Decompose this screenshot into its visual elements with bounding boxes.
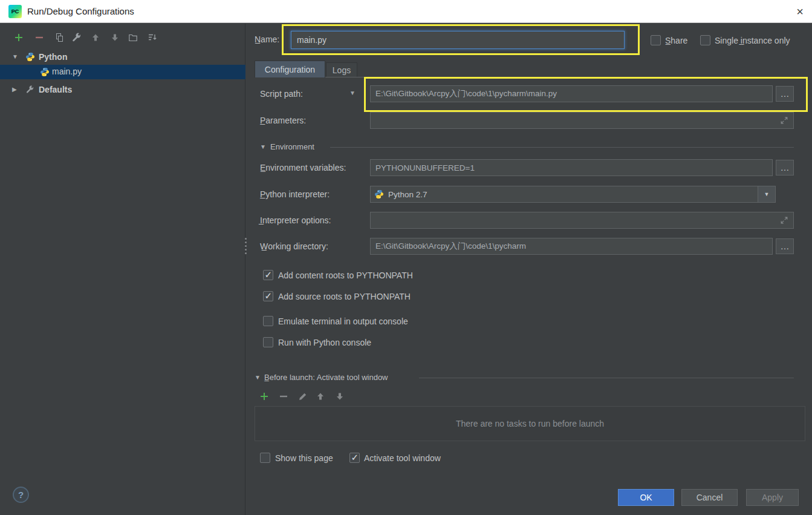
add-configuration-button[interactable] — [13, 32, 24, 43]
sort-configurations-button[interactable] — [147, 32, 158, 43]
environment-variables-browse-button[interactable]: … — [776, 160, 794, 175]
tree-item-main-py[interactable]: main.py — [0, 65, 245, 79]
titlebar: PC Run/Debug Configurations × — [0, 0, 812, 23]
interpreter-options-label: I̲nterpreter options: — [260, 215, 331, 225]
help-button[interactable]: ? — [13, 487, 29, 503]
run-with-python-console-checkbox[interactable] — [263, 337, 273, 347]
interpreter-dropdown-icon[interactable]: ▼ — [758, 186, 775, 202]
ok-button[interactable]: OK — [618, 489, 674, 506]
ellipsis-icon: … — [781, 165, 790, 171]
python-icon — [40, 67, 50, 77]
new-folder-button[interactable] — [128, 32, 138, 43]
edit-defaults-button[interactable] — [71, 32, 82, 43]
move-up-button[interactable] — [90, 32, 101, 43]
working-directory-value: E:\Git\Gitbook\Arcpy入门\code\1\pycharm — [375, 241, 526, 252]
arrow-up-icon — [316, 392, 325, 401]
before-launch-title[interactable]: B̲efore launch: Activate tool window — [264, 373, 388, 382]
move-task-up-button[interactable] — [315, 391, 326, 402]
add-task-button[interactable] — [259, 391, 270, 402]
ellipsis-icon: … — [781, 91, 790, 97]
defaults-settings-icon — [25, 85, 34, 94]
ok-button-label: OK — [640, 493, 652, 502]
copy-icon — [54, 33, 63, 42]
environment-variables-value: PYTHONUNBUFFERED=1 — [375, 163, 475, 172]
name-value: main.py — [297, 35, 326, 45]
ellipsis-icon: … — [781, 243, 790, 249]
close-icon[interactable]: × — [796, 5, 804, 18]
add-source-roots-checkbox[interactable] — [263, 291, 273, 301]
pycharm-logo-icon: PC — [8, 5, 22, 18]
tab-logs-label: Logs — [333, 65, 351, 75]
sort-icon — [148, 33, 157, 42]
python-group-collapse-icon[interactable]: ▼ — [12, 53, 18, 60]
add-content-roots-checkbox[interactable] — [263, 270, 273, 280]
wrench-icon — [71, 33, 81, 42]
single-instance-checkbox[interactable] — [700, 35, 710, 45]
script-path-browse-button[interactable]: … — [776, 86, 794, 102]
share-checkbox[interactable] — [651, 35, 661, 45]
working-directory-input[interactable]: E:\Git\Gitbook\Arcpy入门\code\1\pycharm — [370, 238, 773, 255]
remove-task-button[interactable] — [278, 391, 289, 402]
run-debug-configurations-dialog: PC Run/Debug Configurations × — [0, 0, 812, 515]
tree-item-main-py-label: main.py — [52, 67, 82, 76]
remove-configuration-button[interactable] — [34, 32, 45, 43]
arrow-down-icon — [110, 33, 120, 42]
activate-tool-window-checkbox[interactable] — [349, 453, 360, 463]
tab-logs[interactable]: Logs — [326, 62, 357, 77]
move-down-button[interactable] — [109, 32, 120, 43]
script-path-dropdown-icon[interactable]: ▼ — [349, 90, 356, 96]
folder-icon — [128, 33, 138, 42]
script-path-label: Script path: — [260, 89, 303, 99]
expand-field-icon[interactable] — [780, 216, 788, 225]
name-input[interactable]: main.py — [291, 31, 625, 49]
no-tasks-message: There are no tasks to run before launch — [456, 419, 604, 428]
environment-section-title[interactable]: Environment — [270, 142, 314, 151]
before-launch-task-list: There are no tasks to run before launch — [255, 406, 805, 441]
parameters-input[interactable] — [370, 112, 794, 129]
parameters-label: P̲arameters: — [260, 116, 306, 125]
environment-section-collapse-icon[interactable]: ▼ — [260, 143, 266, 150]
script-path-value: E:\Git\Gitbook\Arcpy入门\code\1\pycharm\ma… — [375, 88, 557, 99]
panel-splitter-handle[interactable] — [244, 238, 247, 254]
emulate-terminal-checkbox[interactable] — [263, 316, 273, 326]
defaults-group-expand-icon[interactable]: ▶ — [12, 86, 17, 93]
working-directory-label: W̲orking directory: — [260, 241, 328, 251]
working-directory-browse-button[interactable]: … — [776, 238, 794, 254]
cancel-button[interactable]: Cancel — [681, 489, 738, 506]
expand-field-icon[interactable] — [780, 116, 788, 125]
edit-task-button[interactable] — [297, 391, 308, 402]
arrow-up-icon — [91, 33, 100, 42]
tab-divider — [255, 77, 805, 77]
tab-configuration[interactable]: Configuration — [255, 61, 325, 77]
python-icon — [374, 189, 384, 199]
configurations-sidebar: ▼ Python main.py ▶ Defaults — [0, 24, 245, 515]
python-interpreter-select[interactable]: Python 2.7 ▼ — [370, 186, 776, 203]
python-interpreter-value: Python 2.7 — [388, 190, 427, 199]
tree-group-python[interactable]: Python — [39, 52, 67, 62]
script-path-input[interactable]: E:\Git\Gitbook\Arcpy入门\code\1\pycharm\ma… — [370, 85, 773, 102]
question-mark-icon: ? — [18, 490, 24, 500]
tree-group-defaults[interactable]: Defaults — [39, 85, 72, 94]
apply-button[interactable]: Apply — [746, 489, 799, 506]
environment-variables-input[interactable]: PYTHONUNBUFFERED=1 — [370, 159, 773, 176]
plus-icon — [14, 33, 24, 42]
before-launch-line — [419, 378, 794, 378]
share-label: S̲hare — [665, 36, 687, 45]
copy-configuration-button[interactable] — [53, 32, 64, 43]
dialog-title: Run/Debug Configurations — [27, 6, 134, 16]
move-task-down-button[interactable] — [334, 391, 345, 402]
cancel-button-label: Cancel — [697, 493, 723, 502]
environment-section-line — [330, 147, 794, 148]
name-label: N̲ame: — [255, 34, 279, 44]
add-source-roots-label: Add source roots to PYTHONPATH — [278, 292, 411, 301]
emulate-terminal-label: Emulate terminal in output console — [278, 317, 408, 326]
activate-tool-window-label: Activate tool window — [364, 453, 441, 463]
minus-icon — [34, 33, 44, 42]
python-icon — [25, 52, 35, 62]
run-with-python-console-label: Run with Python console — [278, 338, 371, 347]
interpreter-options-input[interactable] — [370, 212, 794, 229]
pycharm-logo-text: PC — [11, 8, 19, 15]
show-this-page-checkbox[interactable] — [260, 453, 270, 463]
python-interpreter-label: P̲ython interpreter: — [260, 189, 330, 199]
before-launch-collapse-icon[interactable]: ▼ — [255, 374, 261, 381]
